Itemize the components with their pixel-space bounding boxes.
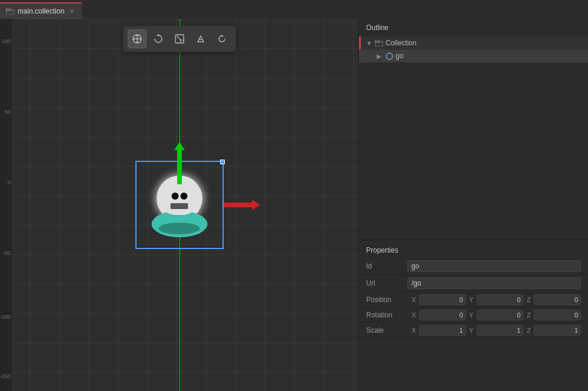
- ruler-marks: 100 50 0 -50 -100 -150: [0, 19, 12, 391]
- viewport[interactable]: 100 50 0 -50 -100 -150: [0, 19, 358, 391]
- tree-go-label: go: [396, 52, 583, 60]
- main-collection-tab[interactable]: main.collection ×: [0, 2, 82, 19]
- prop-position-label: Position: [366, 296, 407, 304]
- outline-header: Outline: [359, 19, 588, 37]
- y-axis-arrow[interactable]: [177, 149, 182, 184]
- prop-id-label: Id: [366, 262, 407, 270]
- grab-tool-button[interactable]: [191, 29, 210, 48]
- x-axis-arrow[interactable]: [224, 203, 253, 207]
- char-teeth: [171, 203, 188, 209]
- position-x-value[interactable]: 0: [419, 294, 466, 305]
- scale-z-axis-label: Z: [524, 327, 533, 334]
- tree-collection-label: Collection: [386, 39, 583, 47]
- tree-expand-collection[interactable]: ▼: [366, 39, 373, 47]
- ruler-mark-n150: -150: [0, 373, 12, 379]
- right-panel: Outline ▼ Collection ▶: [358, 19, 588, 391]
- ruler-left: 100 50 0 -50 -100 -150: [0, 19, 12, 391]
- rotation-x-axis-label: X: [410, 312, 418, 319]
- position-x-axis-label: X: [410, 296, 418, 303]
- ruler-mark-100: 100: [2, 38, 12, 44]
- position-y-axis-label: Y: [467, 296, 476, 303]
- ruler-mark-n100: -100: [0, 314, 12, 320]
- char-eye-left: [171, 193, 178, 200]
- ruler-mark-50: 50: [5, 109, 12, 115]
- rotation-xyz-group: X 0 Y 0 Z 0: [410, 310, 581, 320]
- svg-marker-9: [157, 34, 160, 36]
- position-z-value[interactable]: 0: [534, 294, 581, 305]
- outline-spacer: [359, 62, 588, 239]
- prop-id-row: Id go: [359, 258, 588, 275]
- svg-marker-14: [220, 35, 224, 37]
- properties-header: Properties: [359, 240, 588, 258]
- rotation-z-value[interactable]: 0: [534, 310, 581, 320]
- position-y-value[interactable]: 0: [477, 294, 524, 305]
- collection-tab-icon: [6, 7, 14, 15]
- char-skull: [163, 180, 195, 215]
- tab-bar: main.collection ×: [0, 0, 588, 19]
- tab-label: main.collection: [18, 7, 64, 15]
- prop-url-value[interactable]: /go: [407, 277, 581, 289]
- prop-rotation-row: Rotation X 0 Y 0 Z 0: [359, 307, 588, 323]
- char-eye-right: [180, 193, 187, 200]
- outline-section: Outline ▼ Collection ▶: [359, 19, 588, 240]
- rotation-z-axis-label: Z: [524, 312, 533, 319]
- tab-close-button[interactable]: ×: [68, 7, 76, 15]
- prop-id-value[interactable]: go: [407, 260, 581, 272]
- rotate-tool-button[interactable]: [149, 29, 168, 48]
- move-tool-button[interactable]: [128, 29, 147, 48]
- go-icon: [385, 52, 393, 60]
- scale-y-value[interactable]: 1: [477, 325, 524, 336]
- scale-tool-button[interactable]: [170, 29, 189, 48]
- position-z-axis-label: Z: [524, 296, 533, 303]
- prop-position-row: Position X 0 Y 0 Z 0: [359, 292, 588, 307]
- outline-tree: ▼ Collection ▶: [359, 37, 588, 62]
- scale-xyz-group: X 1 Y 1 Z 1: [410, 325, 581, 336]
- main-layout: 100 50 0 -50 -100 -150: [0, 19, 588, 391]
- tree-expand-go[interactable]: ▶: [376, 52, 383, 59]
- prop-url-label: Url: [366, 279, 407, 287]
- svg-rect-16: [376, 40, 379, 42]
- scale-x-axis-label: X: [410, 327, 418, 334]
- prop-rotation-label: Rotation: [366, 311, 407, 319]
- rotation-x-value[interactable]: 0: [419, 310, 466, 320]
- prop-scale-label: Scale: [366, 326, 407, 334]
- tree-item-go[interactable]: ▶ go: [359, 49, 588, 62]
- ruler-mark-n50: -50: [3, 250, 12, 256]
- scale-y-axis-label: Y: [467, 327, 476, 334]
- tree-item-collection[interactable]: ▼ Collection: [359, 37, 588, 49]
- char-base-shadow: [159, 223, 200, 234]
- position-xyz-group: X 0 Y 0 Z 0: [410, 294, 581, 305]
- properties-section: Properties Id go Url /go Position X 0 Y …: [359, 240, 588, 338]
- collection-icon: [375, 39, 383, 47]
- reset-tool-button[interactable]: [212, 29, 231, 48]
- svg-rect-12: [181, 40, 184, 43]
- rotation-y-value[interactable]: 0: [477, 310, 524, 320]
- scale-x-value[interactable]: 1: [419, 325, 466, 336]
- prop-scale-row: Scale X 1 Y 1 Z 1: [359, 323, 588, 338]
- rotation-y-axis-label: Y: [467, 312, 476, 319]
- scale-z-value[interactable]: 1: [534, 325, 581, 336]
- svg-point-17: [386, 53, 393, 59]
- prop-url-row: Url /go: [359, 275, 588, 292]
- ruler-mark-0: 0: [8, 180, 12, 185]
- toolbar: [123, 26, 236, 52]
